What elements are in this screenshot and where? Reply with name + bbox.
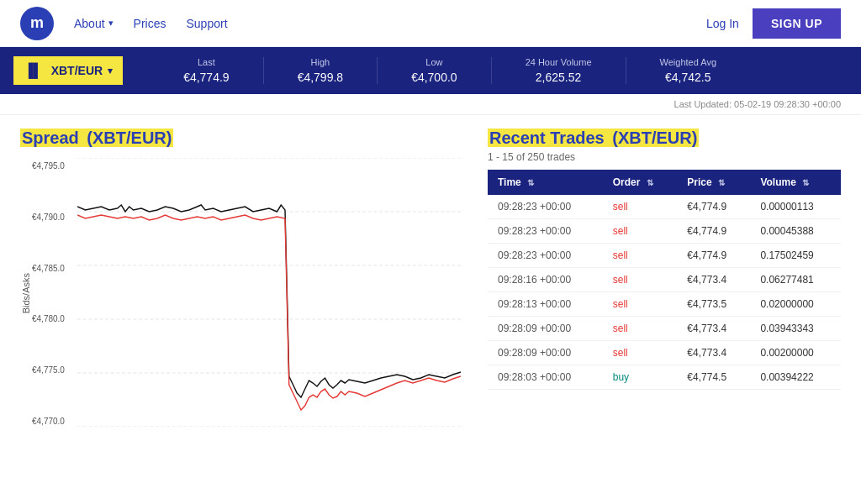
- cell-order: sell: [603, 268, 678, 292]
- trades-table-body: 09:28:23 +00:00 sell €4,774.9 0.00000113…: [488, 195, 841, 390]
- cell-order: sell: [603, 292, 678, 317]
- cell-price: €4,774.9: [677, 244, 750, 268]
- y-axis-label: Bids/Asks: [21, 273, 31, 313]
- sort-icon-volume: ⇅: [802, 178, 809, 187]
- col-header-time[interactable]: Time ⇅: [488, 170, 603, 195]
- chart-bar-icon: ▐▌: [24, 63, 43, 78]
- cell-price: €4,774.9: [677, 219, 750, 244]
- y-label-5: €4,770.0: [32, 417, 74, 426]
- cell-volume: 0.02000000: [750, 292, 841, 317]
- cell-price: €4,773.4: [677, 341, 750, 365]
- table-row: 09:28:03 +00:00 buy €4,774.5 0.00394222: [488, 365, 841, 390]
- spread-title: Spread (XBT/EUR): [20, 129, 461, 148]
- cell-order: sell: [603, 195, 678, 219]
- main-content: Spread (XBT/EUR) Bids/Asks €4,795.0 €4,7…: [0, 115, 861, 443]
- cell-volume: 0.17502459: [750, 244, 841, 268]
- table-row: 09:28:13 +00:00 sell €4,773.5 0.02000000: [488, 292, 841, 317]
- cell-price: €4,773.5: [677, 292, 750, 317]
- cell-price: €4,774.5: [677, 365, 750, 390]
- y-label-3: €4,780.0: [32, 314, 74, 323]
- ticker-stat-volume: 24 Hour Volume 2,625.52: [491, 57, 626, 84]
- sort-icon-order: ⇅: [647, 178, 653, 187]
- cell-volume: 0.00200000: [750, 341, 841, 365]
- cell-time: 09:28:09 +00:00: [488, 317, 603, 341]
- y-label-4: €4,775.0: [32, 365, 74, 375]
- col-header-price[interactable]: Price ⇅: [677, 170, 750, 195]
- cell-time: 09:28:09 +00:00: [488, 341, 603, 365]
- ticker-symbol-button[interactable]: ▐▌ XBT/EUR: [13, 56, 123, 85]
- nav-about[interactable]: About: [74, 17, 114, 30]
- y-label-2: €4,785.0: [32, 264, 74, 273]
- cell-price: €4,773.4: [677, 268, 750, 292]
- table-row: 09:28:09 +00:00 sell €4,773.4 0.03943343: [488, 317, 841, 341]
- sort-icon-price: ⇅: [718, 178, 725, 187]
- cell-price: €4,774.9: [677, 195, 750, 219]
- cell-volume: 0.00394222: [750, 365, 841, 390]
- cell-time: 09:28:23 +00:00: [488, 244, 603, 268]
- cell-order: sell: [603, 219, 678, 244]
- ticker-stat-weighted-avg: Weighted Avg €4,742.5: [626, 57, 750, 84]
- cell-volume: 0.00045388: [750, 219, 841, 244]
- cell-time: 09:28:23 +00:00: [488, 219, 603, 244]
- sort-icon-time: ⇅: [527, 178, 534, 187]
- cell-time: 09:28:13 +00:00: [488, 292, 603, 317]
- cell-time: 09:28:23 +00:00: [488, 195, 603, 219]
- chart-area: [77, 158, 461, 429]
- trades-table: Time ⇅ Order ⇅ Price ⇅ Volume ⇅: [488, 170, 841, 390]
- last-updated: Last Updated: 05-02-19 09:28:30 +00:00: [0, 94, 861, 115]
- cell-volume: 0.03943343: [750, 317, 841, 341]
- table-row: 09:28:16 +00:00 sell €4,773.4 0.06277481: [488, 268, 841, 292]
- ticker-stat-last: Last €4,774.9: [150, 57, 263, 84]
- cell-order: sell: [603, 341, 678, 365]
- y-label-1: €4,790.0: [32, 213, 74, 222]
- table-row: 09:28:23 +00:00 sell €4,774.9 0.00000113: [488, 195, 841, 219]
- table-row: 09:28:23 +00:00 sell €4,774.9 0.17502459: [488, 244, 841, 268]
- spread-chart-svg: [77, 158, 461, 427]
- logo[interactable]: m: [20, 7, 54, 40]
- cell-price: €4,773.4: [677, 317, 750, 341]
- spread-section: Spread (XBT/EUR) Bids/Asks €4,795.0 €4,7…: [20, 129, 461, 429]
- col-header-volume[interactable]: Volume ⇅: [750, 170, 841, 195]
- trades-title: Recent Trades (XBT/EUR): [488, 129, 841, 148]
- trades-section: Recent Trades (XBT/EUR) 1 - 15 of 250 tr…: [488, 129, 841, 429]
- col-header-order[interactable]: Order ⇅: [603, 170, 678, 195]
- cell-time: 09:28:16 +00:00: [488, 268, 603, 292]
- trades-table-header: Time ⇅ Order ⇅ Price ⇅ Volume ⇅: [488, 170, 841, 195]
- ticker-stat-low: Low €4,700.0: [377, 57, 491, 84]
- trades-subtitle: 1 - 15 of 250 trades: [488, 151, 841, 163]
- nav-support[interactable]: Support: [187, 17, 228, 30]
- nav-prices[interactable]: Prices: [134, 17, 166, 30]
- signup-button[interactable]: SIGN UP: [753, 8, 841, 39]
- navbar-right: Log In SIGN UP: [706, 8, 841, 39]
- table-row: 09:28:09 +00:00 sell €4,773.4 0.00200000: [488, 341, 841, 365]
- login-button[interactable]: Log In: [706, 17, 739, 30]
- ticker-bar: ▐▌ XBT/EUR Last €4,774.9 High €4,799.8 L…: [0, 47, 861, 94]
- cell-volume: 0.00000113: [750, 195, 841, 219]
- cell-order: sell: [603, 244, 678, 268]
- cell-order: sell: [603, 317, 678, 341]
- cell-time: 09:28:03 +00:00: [488, 365, 603, 390]
- ticker-stat-high: High €4,799.8: [263, 57, 378, 84]
- y-label-0: €4,795.0: [32, 161, 74, 171]
- navbar-left: m About Prices Support: [20, 7, 228, 40]
- table-row: 09:28:23 +00:00 sell €4,774.9 0.00045388: [488, 219, 841, 244]
- cell-volume: 0.06277481: [750, 268, 841, 292]
- navbar: m About Prices Support Log In SIGN UP: [0, 0, 861, 47]
- cell-order: buy: [603, 365, 678, 390]
